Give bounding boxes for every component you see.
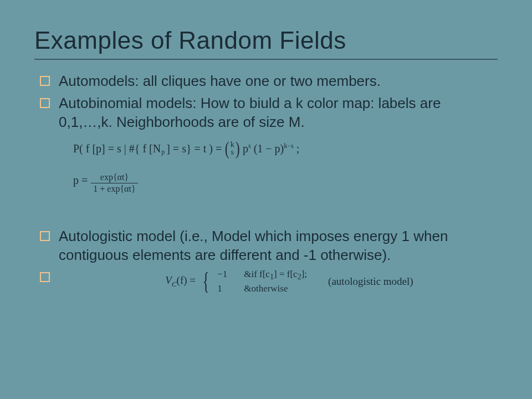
bullet-item: VC(f) = { −1 &if f[c1] = f[c2]; 1 &othe [34, 268, 498, 285]
case-condition: &otherwise [244, 283, 288, 295]
bullet-text: Autobinomial models: How to biuld a k co… [59, 95, 441, 130]
formula-fragment: VC(f) = [165, 274, 196, 289]
paren-left: ( [225, 139, 229, 158]
fraction: exp{αt} 1 + exp{αt} [91, 172, 137, 194]
fraction-numerator: exp{αt} [98, 172, 131, 182]
formula-fragment: p = [73, 171, 88, 189]
paren-right: ) [235, 139, 239, 158]
bullet-item: Autobinomial models: How to biuld a k co… [34, 94, 498, 132]
binomial-coefficient: ( k s ) [224, 139, 241, 158]
formula-autologistic: VC(f) = { −1 &if f[c1] = f[c2]; 1 &othe [134, 268, 444, 295]
formula-fragment: ] = s} = t ) = [166, 140, 222, 157]
formula-autobinomial: P( f [p] = s | #{ f [N p ] = s} = t ) = … [73, 139, 498, 194]
formula-subscript: p [161, 147, 165, 157]
formula-tag: (autologistic model) [328, 275, 413, 289]
case-value: −1 [217, 268, 234, 283]
binom-bottom: s [231, 149, 234, 156]
case-value: 1 [217, 283, 234, 295]
fraction-bar [91, 183, 137, 183]
bullet-text: Automodels: all cliques have one or two … [59, 73, 381, 89]
bullet-icon [40, 231, 50, 241]
fraction-denominator: 1 + exp{αt} [91, 184, 137, 194]
case-condition: &if f[c1] = f[c2]; [244, 268, 307, 283]
formula-line-2: p = exp{αt} 1 + exp{αt} [73, 166, 498, 194]
title-divider [34, 59, 498, 60]
bullet-item: Autologistic model (i.e., Model which im… [34, 227, 498, 265]
slide: Examples of Random Fields Automodels: al… [0, 0, 532, 399]
bullet-text: Autologistic model (i.e., Model which im… [59, 228, 448, 263]
bullet-item: Automodels: all cliques have one or two … [34, 72, 498, 91]
left-brace-icon: { [202, 270, 209, 293]
binom-top: k [231, 141, 234, 149]
case-row: −1 &if f[c1] = f[c2]; [217, 268, 307, 283]
bullet-icon [40, 98, 50, 108]
formula-fragment: ps (1 − p)k−s ; [243, 140, 299, 157]
case-row: 1 &otherwise [217, 283, 307, 295]
formula-line-1: P( f [p] = s | #{ f [N p ] = s} = t ) = … [73, 139, 498, 158]
bullet-icon [40, 76, 50, 86]
slide-body: Automodels: all cliques have one or two … [34, 72, 498, 285]
slide-title: Examples of Random Fields [34, 27, 498, 54]
formula-fragment: P( f [p] = s | #{ f [N [73, 140, 161, 157]
bullet-icon [40, 272, 50, 282]
cases-block: −1 &if f[c1] = f[c2]; 1 &otherwise [217, 268, 307, 295]
